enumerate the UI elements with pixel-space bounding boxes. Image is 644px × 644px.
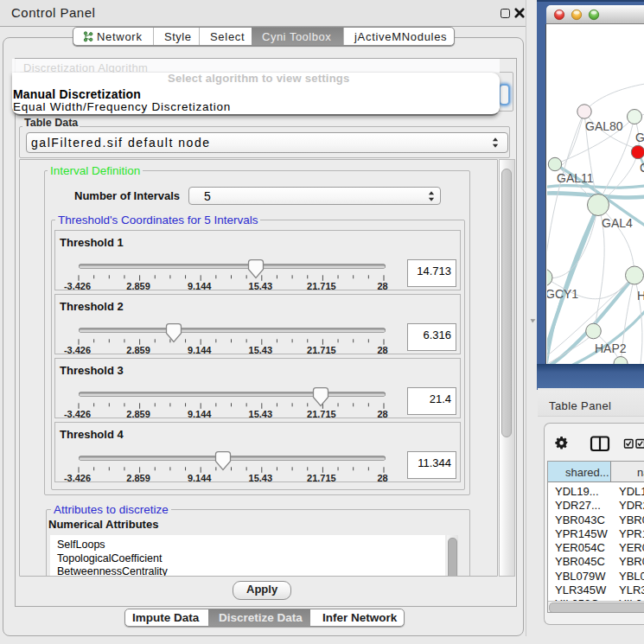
svg-text:GCY1: GCY1 bbox=[547, 287, 578, 301]
svg-text:GAL11: GAL11 bbox=[557, 171, 594, 185]
svg-text:HAP2: HAP2 bbox=[595, 341, 627, 355]
svg-text:GA: GA bbox=[635, 131, 644, 144]
svg-text:H: H bbox=[637, 289, 644, 303]
svg-text:GAL80: GAL80 bbox=[585, 119, 623, 133]
svg-text:C: C bbox=[640, 161, 644, 175]
svg-text:GAL4: GAL4 bbox=[602, 216, 633, 230]
